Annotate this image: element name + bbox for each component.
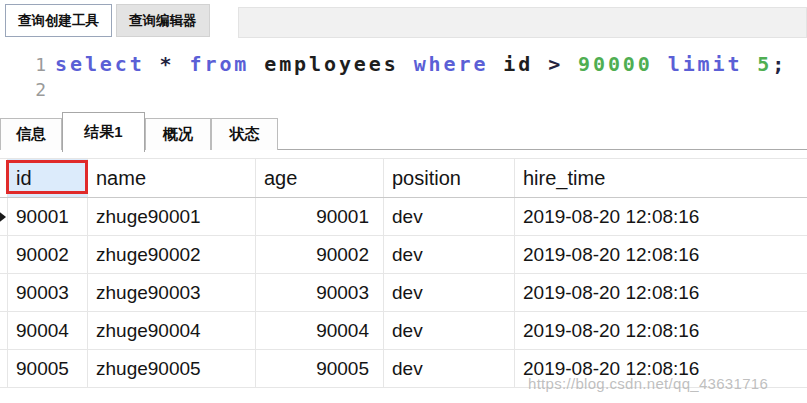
cell-position[interactable]: dev	[384, 236, 515, 273]
code-line-2[interactable]: 2	[0, 77, 807, 103]
grid-header-row: idnameagepositionhire_time	[0, 158, 807, 198]
current-row-arrow-icon	[0, 210, 6, 224]
cell-age[interactable]: 90004	[256, 312, 384, 349]
cell-hire_time[interactable]: 2019-08-20 12:08:16	[515, 274, 807, 311]
top-tab-inactive[interactable]: 查询创建工具	[5, 4, 112, 37]
cell-name[interactable]: zhuge90002	[88, 236, 256, 273]
sql-token-number: 5	[757, 52, 772, 76]
table-row[interactable]: 90002zhuge9000290002dev2019-08-20 12:08:…	[0, 236, 807, 274]
row-indicator-cell	[0, 236, 8, 273]
row-indicator-cell	[0, 274, 8, 311]
line-number: 1	[0, 52, 46, 78]
code-line-1[interactable]: 1 select * from employees where id > 900…	[0, 51, 807, 77]
sql-token-keyword: select	[55, 52, 145, 76]
table-row[interactable]: 90003zhuge9000390003dev2019-08-20 12:08:…	[0, 274, 807, 312]
cell-age[interactable]: 90001	[256, 198, 384, 235]
result-tab[interactable]: 结果1	[62, 112, 145, 152]
column-header-name[interactable]: name	[88, 159, 256, 197]
table-row[interactable]: 90004zhuge9000490004dev2019-08-20 12:08:…	[0, 312, 807, 350]
result-tab[interactable]: 概况	[145, 118, 211, 150]
sql-token-number: 90000	[578, 52, 653, 76]
sql-token-plain	[653, 52, 668, 76]
row-indicator-cell	[0, 350, 8, 387]
sql-token-keyword: where	[414, 52, 489, 76]
table-row[interactable]: 90001zhuge9000190001dev2019-08-20 12:08:…	[0, 198, 807, 236]
sql-token-plain	[742, 52, 757, 76]
cell-id[interactable]: 90001	[8, 198, 88, 235]
cell-age[interactable]: 90003	[256, 274, 384, 311]
row-indicator-cell	[0, 198, 8, 235]
cell-position[interactable]: dev	[384, 350, 515, 387]
cell-hire_time[interactable]: 2019-08-20 12:08:16	[515, 198, 807, 235]
result-tab-bar: 信息结果1概况状态	[0, 112, 807, 150]
sql-token-operator: *	[160, 52, 175, 76]
document-tab-bar: 查询创建工具查询编辑器	[0, 0, 807, 45]
sql-token-operator: ;	[772, 52, 787, 76]
watermark: https://blog.csdn.net/qq_43631716	[528, 375, 768, 392]
sql-token-operator: >	[548, 52, 578, 76]
row-indicator-cell	[0, 312, 8, 349]
line-number: 2	[0, 77, 46, 103]
row-indicator-gutter	[0, 159, 8, 197]
cell-id[interactable]: 90004	[8, 312, 88, 349]
column-header-position[interactable]: position	[384, 159, 515, 197]
cell-hire_time[interactable]: 2019-08-20 12:08:16	[515, 236, 807, 273]
cell-name[interactable]: zhuge90003	[88, 274, 256, 311]
sql-token-plain	[175, 52, 190, 76]
sql-editor[interactable]: 1 select * from employees where id > 900…	[0, 45, 807, 112]
result-tab[interactable]: 信息	[0, 118, 62, 150]
sql-statement: select * from employees where id > 90000…	[46, 51, 787, 77]
sql-token-plain	[145, 52, 160, 76]
document-tabs: 查询创建工具查询编辑器	[5, 4, 210, 37]
cell-position[interactable]: dev	[384, 198, 515, 235]
result-grid: idnameagepositionhire_time90001zhuge9000…	[0, 158, 807, 388]
cell-age[interactable]: 90005	[256, 350, 384, 387]
cell-age[interactable]: 90002	[256, 236, 384, 273]
column-header-hire_time[interactable]: hire_time	[515, 159, 807, 197]
sql-token-plain: id	[488, 52, 548, 76]
column-header-id[interactable]: id	[8, 159, 88, 197]
cell-position[interactable]: dev	[384, 274, 515, 311]
cell-position[interactable]: dev	[384, 312, 515, 349]
sql-token-plain: employees	[249, 52, 413, 76]
sql-token-keyword: from	[190, 52, 250, 76]
tab-bar-strip	[238, 7, 807, 38]
cell-name[interactable]: zhuge90005	[88, 350, 256, 387]
cell-name[interactable]: zhuge90004	[88, 312, 256, 349]
result-tab[interactable]: 状态	[211, 118, 278, 150]
cell-id[interactable]: 90002	[8, 236, 88, 273]
top-tab-active[interactable]: 查询编辑器	[116, 4, 210, 37]
sql-token-keyword: limit	[668, 52, 743, 76]
cell-id[interactable]: 90003	[8, 274, 88, 311]
cell-name[interactable]: zhuge90001	[88, 198, 256, 235]
cell-id[interactable]: 90005	[8, 350, 88, 387]
column-header-age[interactable]: age	[256, 159, 384, 197]
cell-hire_time[interactable]: 2019-08-20 12:08:16	[515, 312, 807, 349]
